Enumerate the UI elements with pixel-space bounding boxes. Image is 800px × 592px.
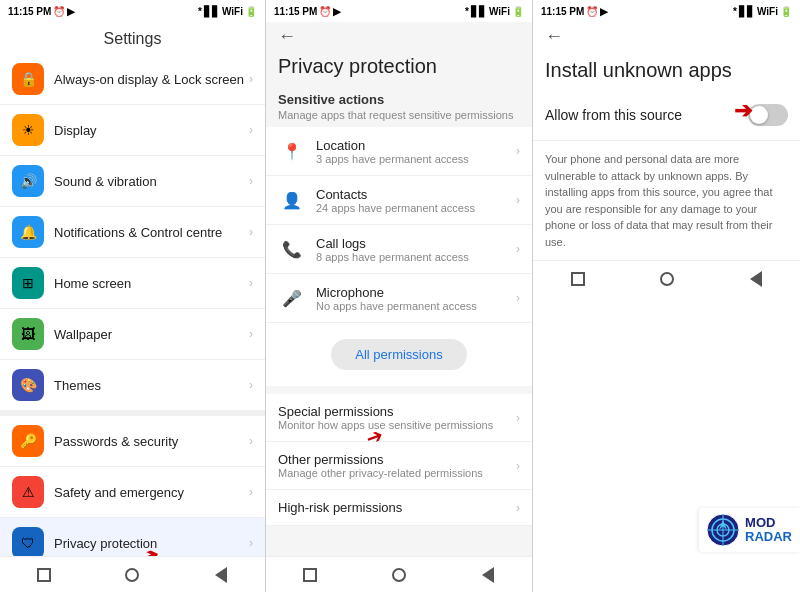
nav-home-btn-1[interactable] (122, 565, 142, 585)
settings-item-sound[interactable]: 🔊 Sound & vibration › (0, 156, 265, 206)
microphone-content: Microphone No apps have permanent access (316, 285, 516, 312)
chevron-icon: › (249, 536, 253, 550)
contacts-title: Contacts (316, 187, 516, 202)
microphone-chevron: › (516, 291, 520, 305)
battery-icon: 🔋 (245, 6, 257, 17)
special-chevron: › (516, 411, 520, 425)
sound-label: Sound & vibration (54, 174, 249, 189)
microphone-sub: No apps have permanent access (316, 300, 516, 312)
other-chevron: › (516, 459, 520, 473)
notifications-label: Notifications & Control centre (54, 225, 249, 240)
location-content: Location 3 apps have permanent access (316, 138, 516, 165)
media-icon-3: ▶ (600, 6, 608, 17)
back-button-3[interactable]: ← (545, 26, 563, 47)
settings-title: Settings (0, 22, 265, 54)
location-chevron: › (516, 144, 520, 158)
time-display-2: 11:15 PM (274, 6, 317, 17)
status-bar-2: 11:15 PM ⏰ ▶ * ▋▋ WiFi 🔋 (266, 0, 532, 22)
allow-label: Allow from this source (545, 107, 682, 123)
bluetooth-icon-3: * (733, 6, 737, 17)
location-icon: 📍 (278, 137, 306, 165)
allow-toggle[interactable] (748, 104, 788, 126)
microphone-icon: 🎤 (278, 284, 306, 312)
bottom-nav-3 (533, 260, 800, 296)
nav-home-btn-2[interactable] (389, 565, 409, 585)
status-right-1: * ▋▋ WiFi 🔋 (198, 6, 257, 17)
privacy-item-contacts[interactable]: 👤 Contacts 24 apps have permanent access… (266, 176, 532, 225)
special-title: Special permissions (278, 404, 516, 419)
install-panel-title: Install unknown apps (533, 51, 800, 90)
settings-item-safety[interactable]: ⚠ Safety and emergency › (0, 467, 265, 517)
battery-icon-3: 🔋 (780, 6, 792, 17)
sensitive-section-label: Sensitive actions (266, 82, 532, 109)
battery-icon-2: 🔋 (512, 6, 524, 17)
privacy-panel-title: Privacy protection (266, 51, 532, 82)
mod-radar-logo (705, 512, 741, 548)
nav-home-btn-3[interactable] (657, 269, 677, 289)
settings-item-themes[interactable]: 🎨 Themes › (0, 360, 265, 410)
settings-item-display[interactable]: ☀ Display › (0, 105, 265, 155)
other-sub: Manage other privacy-related permissions (278, 467, 516, 479)
calllogs-title: Call logs (316, 236, 516, 251)
privacy-item-location[interactable]: 📍 Location 3 apps have permanent access … (266, 127, 532, 176)
highrisk-content: High-risk permissions (278, 500, 516, 515)
privacy-icon: 🛡 (12, 527, 44, 556)
chevron-icon: › (249, 327, 253, 341)
time-display-1: 11:15 PM (8, 6, 51, 17)
status-right-3: * ▋▋ WiFi 🔋 (733, 6, 792, 17)
highrisk-chevron: › (516, 501, 520, 515)
nav-back-btn-3[interactable] (746, 269, 766, 289)
privacy-item-calllogs[interactable]: 📞 Call logs 8 apps have permanent access… (266, 225, 532, 274)
settings-item-passwords[interactable]: 🔑 Passwords & security › (0, 416, 265, 466)
back-button-2[interactable]: ← (278, 26, 296, 47)
alarm-icon-2: ⏰ (319, 6, 331, 17)
separator-1 (266, 386, 532, 394)
bluetooth-icon-2: * (465, 6, 469, 17)
media-icon-2: ▶ (333, 6, 341, 17)
nav-square-btn-3[interactable] (568, 269, 588, 289)
settings-item-privacy[interactable]: 🛡 Privacy protection › ➔ (0, 518, 265, 556)
mod-radar-text: MOD RADAR (745, 516, 792, 545)
bottom-nav-1 (0, 556, 265, 592)
chevron-icon: › (249, 72, 253, 86)
panel-install: 11:15 PM ⏰ ▶ * ▋▋ WiFi 🔋 ← Install unkno… (533, 0, 800, 592)
nav-back-btn-1[interactable] (211, 565, 231, 585)
settings-item-home[interactable]: ⊞ Home screen › (0, 258, 265, 308)
contacts-icon: 👤 (278, 186, 306, 214)
chevron-icon: › (249, 378, 253, 392)
always-on-icon: 🔒 (12, 63, 44, 95)
nav-back-btn-2[interactable] (478, 565, 498, 585)
status-left-3: 11:15 PM ⏰ ▶ (541, 6, 608, 17)
highrisk-title: High-risk permissions (278, 500, 516, 515)
signal-icon: ▋▋ (204, 6, 220, 17)
home-label: Home screen (54, 276, 249, 291)
privacy-item-microphone[interactable]: 🎤 Microphone No apps have permanent acce… (266, 274, 532, 323)
bottom-nav-2 (266, 556, 532, 592)
chevron-icon: › (249, 123, 253, 137)
all-permissions-button[interactable]: All permissions (331, 339, 466, 370)
nav-square-btn-2[interactable] (300, 565, 320, 585)
status-left-1: 11:15 PM ⏰ ▶ (8, 6, 75, 17)
location-title: Location (316, 138, 516, 153)
sensitive-section-sublabel: Manage apps that request sensitive permi… (266, 109, 532, 127)
wallpaper-label: Wallpaper (54, 327, 249, 342)
display-label: Display (54, 123, 249, 138)
settings-list: 🔒 Always-on display & Lock screen › ☀ Di… (0, 54, 265, 556)
wifi-icon: WiFi (222, 6, 243, 17)
wallpaper-icon: 🖼 (12, 318, 44, 350)
privacy-item-special[interactable]: Special permissions Monitor how apps use… (266, 394, 532, 442)
nav-square-btn-1[interactable] (34, 565, 54, 585)
settings-item-notifications[interactable]: 🔔 Notifications & Control centre › (0, 207, 265, 257)
settings-item-wallpaper[interactable]: 🖼 Wallpaper › (0, 309, 265, 359)
status-bar-3: 11:15 PM ⏰ ▶ * ▋▋ WiFi 🔋 (533, 0, 800, 22)
install-warning-text: Your phone and personal data are more vu… (533, 141, 800, 260)
allow-row-wrapper: Allow from this source ➔ (533, 90, 800, 141)
privacy-item-other[interactable]: Other permissions Manage other privacy-r… (266, 442, 532, 490)
alarm-icon: ⏰ (53, 6, 65, 17)
privacy-item-highrisk[interactable]: High-risk permissions › (266, 490, 532, 526)
settings-item-always-on[interactable]: 🔒 Always-on display & Lock screen › (0, 54, 265, 104)
passwords-label: Passwords & security (54, 434, 249, 449)
special-content: Special permissions Monitor how apps use… (278, 404, 516, 431)
allow-source-row: Allow from this source (533, 90, 800, 141)
red-arrow-toggle: ➔ (734, 98, 752, 124)
